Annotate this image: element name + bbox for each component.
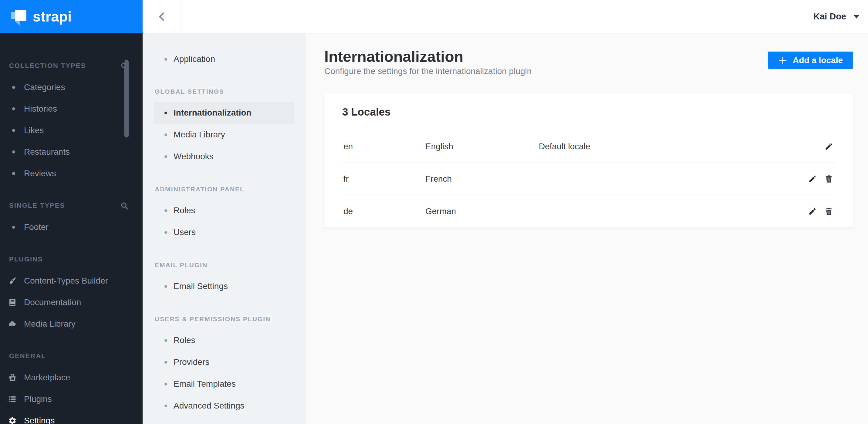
trash-icon bbox=[825, 207, 833, 216]
page-header: Internationalization Configure the setti… bbox=[324, 48, 531, 76]
settings-item-providers[interactable]: Providers bbox=[143, 351, 306, 373]
basket-icon bbox=[8, 373, 17, 382]
main-content: Internationalization Configure the setti… bbox=[306, 33, 868, 424]
locales-card: 3 Locales en English Default locale fr F… bbox=[324, 94, 853, 227]
plus-icon bbox=[778, 56, 787, 65]
pencil-icon bbox=[825, 142, 833, 151]
settings-item-email-settings[interactable]: Email Settings bbox=[143, 275, 306, 297]
settings-item-admin-roles[interactable]: Roles bbox=[143, 200, 306, 221]
strapi-logo-icon bbox=[11, 9, 27, 25]
delete-locale-button[interactable] bbox=[825, 175, 833, 183]
trash-icon bbox=[825, 175, 833, 183]
sidebar-item-restaurants[interactable]: Restaurants bbox=[0, 141, 143, 163]
strapi-admin-app: strapi Kai Doe COLLECTION TYPES Categori… bbox=[0, 0, 868, 424]
sidebar-scrollbar[interactable] bbox=[124, 60, 129, 137]
global-settings-heading: GLOBAL SETTINGS bbox=[143, 88, 306, 95]
add-locale-button[interactable]: Add a locale bbox=[768, 52, 853, 69]
user-menu[interactable]: Kai Doe bbox=[813, 0, 868, 33]
brand-name: strapi bbox=[33, 8, 71, 25]
page-title: Internationalization bbox=[324, 48, 531, 65]
edit-locale-button[interactable] bbox=[808, 207, 817, 216]
single-types-heading: SINGLE TYPES bbox=[9, 202, 65, 209]
book-icon bbox=[8, 298, 17, 306]
settings-item-webhooks[interactable]: Webhooks bbox=[143, 145, 306, 167]
edit-locale-button[interactable] bbox=[808, 175, 817, 183]
sidebar-item-reviews[interactable]: Reviews bbox=[0, 163, 143, 184]
sidebar-item-categories[interactable]: Categories bbox=[0, 76, 143, 98]
bullet-icon bbox=[164, 155, 167, 158]
table-row-en[interactable]: en English Default locale bbox=[324, 130, 853, 163]
section-global-settings: GLOBAL SETTINGS Internationalization Med… bbox=[143, 88, 306, 167]
search-icon[interactable] bbox=[120, 202, 129, 210]
sidebar-item-content-types-builder[interactable]: Content-Types Builder bbox=[0, 270, 143, 291]
settings-item-internationalization[interactable]: Internationalization bbox=[154, 102, 294, 124]
edit-locale-button[interactable] bbox=[825, 142, 833, 151]
caret-down-icon bbox=[854, 15, 860, 19]
brush-icon bbox=[8, 276, 17, 285]
settings-item-admin-users[interactable]: Users bbox=[143, 221, 306, 243]
delete-locale-button[interactable] bbox=[825, 207, 833, 216]
top-header: Kai Doe bbox=[143, 0, 868, 33]
locales-table: en English Default locale fr French bbox=[324, 118, 853, 227]
bullet-icon bbox=[12, 129, 15, 132]
section-administration-panel: ADMINISTRATION PANEL Roles Users bbox=[143, 186, 306, 243]
bullet-icon bbox=[164, 361, 167, 364]
sidebar-item-likes[interactable]: Likes bbox=[0, 120, 143, 141]
section-collection-types: COLLECTION TYPES Categories Histories Li… bbox=[0, 61, 143, 184]
users-permissions-heading: USERS & PERMISSIONS PLUGIN bbox=[143, 316, 306, 323]
bullet-icon bbox=[164, 111, 167, 115]
bullet-icon bbox=[12, 226, 15, 229]
table-row-de[interactable]: de German bbox=[324, 195, 853, 227]
sidebar-item-footer[interactable]: Footer bbox=[0, 216, 143, 238]
locale-name: German bbox=[425, 206, 539, 216]
sidebar-item-media-library[interactable]: Media Library bbox=[0, 313, 143, 334]
section-general: GENERAL Marketplace Plugins Settings bbox=[0, 352, 143, 424]
locale-code: fr bbox=[343, 174, 425, 184]
bullet-icon bbox=[164, 231, 167, 234]
plugins-heading: PLUGINS bbox=[9, 255, 43, 263]
section-single-types: SINGLE TYPES Footer bbox=[0, 201, 143, 238]
brand-header[interactable]: strapi bbox=[0, 0, 143, 33]
sidebar-item-marketplace[interactable]: Marketplace bbox=[0, 367, 143, 388]
email-plugin-heading: EMAIL PLUGIN bbox=[143, 261, 306, 269]
bullet-icon bbox=[164, 133, 167, 136]
bullet-icon bbox=[12, 107, 15, 110]
locales-card-title: 3 Locales bbox=[342, 106, 391, 118]
gear-icon bbox=[8, 416, 17, 424]
settings-sidebar: Application GLOBAL SETTINGS Internationa… bbox=[143, 33, 306, 424]
general-heading: GENERAL bbox=[9, 352, 46, 360]
pencil-icon bbox=[808, 175, 817, 183]
table-row-fr[interactable]: fr French bbox=[324, 163, 853, 195]
back-button[interactable] bbox=[143, 0, 181, 33]
settings-item-advanced-settings[interactable]: Advanced Settings bbox=[143, 395, 306, 417]
section-plugins: PLUGINS Content-Types Builder Documentat… bbox=[0, 255, 143, 334]
settings-item-media-library[interactable]: Media Library bbox=[143, 124, 306, 145]
sidebar-item-plugins[interactable]: Plugins bbox=[0, 388, 143, 410]
bullet-icon bbox=[164, 209, 167, 212]
settings-item-application[interactable]: Application bbox=[143, 48, 306, 70]
locale-code: en bbox=[343, 142, 425, 151]
section-email-plugin: EMAIL PLUGIN Email Settings bbox=[143, 261, 306, 297]
list-icon bbox=[8, 395, 17, 403]
pencil-icon bbox=[808, 207, 817, 216]
sidebar-item-histories[interactable]: Histories bbox=[0, 98, 143, 120]
page-subtitle: Configure the settings for the internati… bbox=[324, 66, 531, 76]
bullet-icon bbox=[12, 151, 15, 154]
locale-default-badge: Default locale bbox=[539, 142, 825, 151]
chevron-left-icon bbox=[157, 11, 167, 22]
bullet-icon bbox=[164, 383, 167, 386]
sidebar-item-documentation[interactable]: Documentation bbox=[0, 291, 143, 313]
bullet-icon bbox=[164, 285, 167, 288]
bullet-icon bbox=[164, 58, 167, 61]
collection-types-heading: COLLECTION TYPES bbox=[9, 62, 86, 70]
settings-item-up-roles[interactable]: Roles bbox=[143, 329, 306, 351]
bullet-icon bbox=[12, 172, 15, 175]
locale-code: de bbox=[343, 206, 425, 216]
administration-panel-heading: ADMINISTRATION PANEL bbox=[143, 186, 306, 193]
bullet-icon bbox=[164, 404, 167, 407]
locale-name: French bbox=[425, 174, 539, 184]
sidebar-item-settings[interactable]: Settings bbox=[0, 410, 143, 424]
cloud-upload-icon bbox=[8, 320, 17, 328]
settings-item-email-templates[interactable]: Email Templates bbox=[143, 373, 306, 395]
bullet-icon bbox=[12, 86, 15, 89]
